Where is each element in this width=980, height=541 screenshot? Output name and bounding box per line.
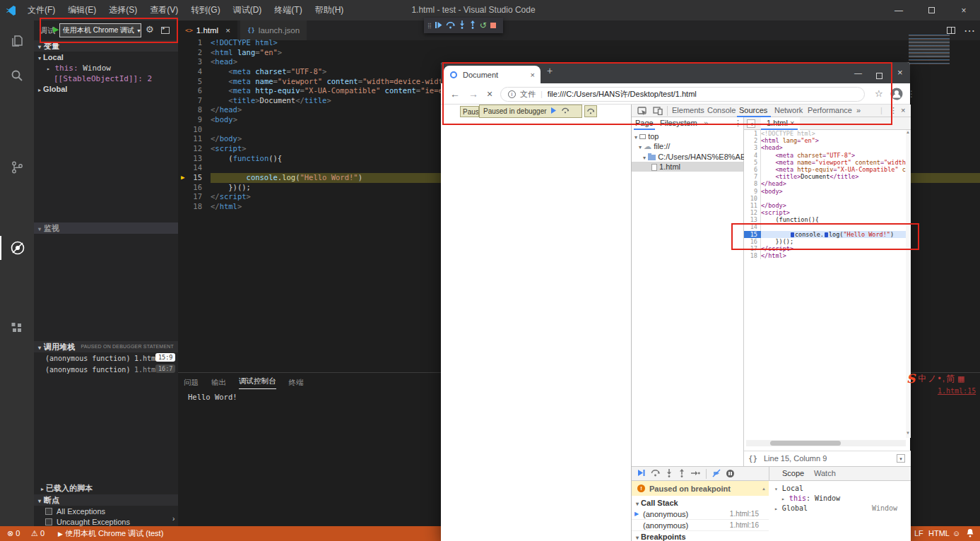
code-line[interactable]: 5 <meta name="viewport" content="width=d…: [744, 159, 906, 166]
tree-item-top[interactable]: ▾ top: [634, 131, 659, 141]
panel-tab-debug-console[interactable]: 调试控制台: [239, 376, 276, 389]
code-line[interactable]: 1<!DOCTYPE html>: [744, 130, 906, 137]
scroll-up-icon[interactable]: ▲: [762, 487, 766, 491]
code-line[interactable]: 12<script>: [744, 209, 906, 216]
scroll-up-icon[interactable]: ▲: [906, 130, 910, 134]
code-line[interactable]: 13 (function(){: [744, 216, 906, 223]
pause-on-exceptions-icon[interactable]: [726, 470, 734, 477]
code-line[interactable]: 6 <meta http-equiv="X-UA-Compatible" con…: [744, 166, 906, 173]
eol-indicator[interactable]: LF: [914, 526, 923, 541]
menu-terminal[interactable]: 终端(T): [268, 4, 308, 16]
callstack-header[interactable]: ▾ Call Stack: [636, 497, 678, 509]
callstack-section-header[interactable]: ▾调用堆栈PAUSED ON DEBUGGER STATEMENT: [34, 341, 178, 352]
tab-watch[interactable]: Watch: [814, 469, 836, 477]
panel-tab-output[interactable]: 输出: [211, 378, 226, 388]
panel-tab-terminal[interactable]: 终端: [289, 378, 304, 388]
code-line[interactable]: 10: [744, 195, 906, 202]
menu-view[interactable]: 查看(V): [143, 4, 184, 16]
debug-icon[interactable]: [0, 236, 34, 260]
close-button[interactable]: ×: [947, 0, 980, 20]
menu-file[interactable]: 文件(F): [21, 4, 61, 16]
feedback-icon[interactable]: ☺: [952, 526, 960, 541]
chevron-right-icon[interactable]: ›: [172, 515, 175, 523]
resume-icon[interactable]: [637, 469, 645, 478]
variables-this[interactable]: ▸ this: Window: [47, 63, 191, 73]
scope-global[interactable]: ▸ Global: [774, 503, 808, 514]
tab-launchjson[interactable]: {} launch.json: [240, 20, 307, 40]
ime-status-text[interactable]: 中ノ•,简: [918, 373, 956, 385]
checkbox[interactable]: [45, 518, 52, 525]
stop-icon[interactable]: [490, 23, 496, 28]
code-line[interactable]: 2<html lang="en">: [178, 48, 980, 58]
code-line[interactable]: 4 <meta charset="UTF-8">: [744, 152, 906, 159]
breakpoint-all-exceptions[interactable]: All Exceptions: [45, 506, 189, 517]
drag-handle[interactable]: ⣿: [427, 23, 431, 29]
tree-item-1html[interactable]: 1.html: [632, 162, 743, 172]
minimize-button[interactable]: —: [882, 0, 915, 20]
page-viewport[interactable]: [441, 105, 631, 541]
breakpoints-header[interactable]: ▾ Breakpoints: [636, 531, 686, 541]
pretty-print-icon[interactable]: {}: [748, 454, 757, 463]
breakpoints-section-header[interactable]: ▾断点: [34, 494, 178, 506]
source-control-icon[interactable]: [0, 155, 34, 179]
code-line[interactable]: 18</html>: [744, 252, 906, 259]
step-out-icon[interactable]: [678, 469, 685, 479]
menu-edit[interactable]: 编辑(E): [61, 4, 102, 16]
code-line[interactable]: 9<body>: [744, 188, 906, 195]
split-editor-icon[interactable]: [947, 27, 955, 34]
callstack-frame[interactable]: (anonymous) 1.html:16: [632, 520, 769, 531]
callstack-frame[interactable]: ▶ (anonymous) 1.html:15: [632, 509, 769, 520]
variables-global[interactable]: ▸ Global: [38, 84, 182, 95]
errors-indicator[interactable]: ⊗ 0: [7, 526, 20, 541]
callstack-frame[interactable]: (anonymous function) 1.html 16:7: [34, 364, 178, 375]
callstack-frame[interactable]: (anonymous function) 1.html 15:9: [34, 353, 178, 364]
ime-statusbar[interactable]: S 中ノ•,简 ▦: [907, 370, 980, 387]
debug-status[interactable]: ▶ 使用本机 Chrome 调试 (test): [58, 526, 163, 541]
code-line[interactable]: 3<head>: [744, 144, 906, 151]
context-selector[interactable]: ▾: [897, 454, 905, 463]
code-line[interactable]: 8</head>: [744, 180, 906, 187]
code-line[interactable]: 2<html lang="en">: [744, 137, 906, 144]
close-tab-icon[interactable]: ×: [225, 26, 230, 35]
code-line[interactable]: 1<!DOCTYPE html>: [178, 38, 980, 48]
tab-1html[interactable]: <> 1.html ×: [178, 20, 237, 40]
continue-icon[interactable]: [435, 19, 442, 32]
search-icon[interactable]: [0, 64, 34, 88]
code-line[interactable]: 11</body>: [744, 202, 906, 209]
menu-debug[interactable]: 调试(D): [227, 4, 268, 16]
tab-scope[interactable]: Scope: [782, 469, 804, 477]
watch-section-header[interactable]: ▾监视: [34, 222, 178, 234]
deactivate-breakpoints-icon[interactable]: [712, 469, 721, 479]
step-over-icon[interactable]: [651, 469, 660, 478]
ime-grid-icon[interactable]: ▦: [957, 374, 964, 384]
code-line[interactable]: 7 <title>Document</title>: [744, 173, 906, 180]
chrome-close-button[interactable]: ×: [897, 62, 903, 83]
devtools-close-icon[interactable]: ×: [901, 105, 905, 117]
restart-icon[interactable]: ↺: [480, 22, 487, 29]
warnings-indicator[interactable]: ⚠ 0: [31, 526, 45, 541]
editor-vscrollbar[interactable]: ▲ ▼: [906, 130, 911, 438]
editor-hscrollbar[interactable]: [746, 440, 906, 446]
menu-goto[interactable]: 转到(G): [184, 4, 226, 16]
step-into-icon[interactable]: [459, 19, 466, 32]
step-out-icon[interactable]: [469, 19, 476, 32]
loaded-scripts-section[interactable]: ▸ 已载入的脚本: [41, 483, 185, 494]
more-actions-icon[interactable]: ⋯: [964, 24, 976, 37]
scroll-down-icon[interactable]: ▼: [906, 431, 910, 435]
tree-item-file[interactable]: ▾ ☁ file://: [639, 141, 670, 151]
language-indicator[interactable]: HTML: [928, 526, 950, 541]
checkbox[interactable]: [45, 508, 52, 515]
notifications-bell-icon[interactable]: [967, 526, 974, 541]
devtools-source-editor[interactable]: 1<!DOCTYPE html>2<html lang="en">3<head>…: [744, 130, 906, 438]
step-over-icon[interactable]: [446, 19, 455, 32]
step-into-icon[interactable]: [666, 469, 673, 479]
menu-selection[interactable]: 选择(S): [102, 4, 143, 16]
paused-location-link[interactable]: 1.html:15: [938, 387, 976, 395]
extensions-icon[interactable]: [0, 316, 34, 340]
variables-local[interactable]: ▾ Local: [38, 52, 182, 63]
explorer-icon[interactable]: [0, 29, 34, 53]
panel-tab-problems[interactable]: 问题: [184, 378, 199, 388]
chrome-menu-icon[interactable]: ⋮: [907, 83, 916, 105]
step-icon[interactable]: [691, 470, 700, 478]
restore-button[interactable]: [915, 0, 947, 20]
